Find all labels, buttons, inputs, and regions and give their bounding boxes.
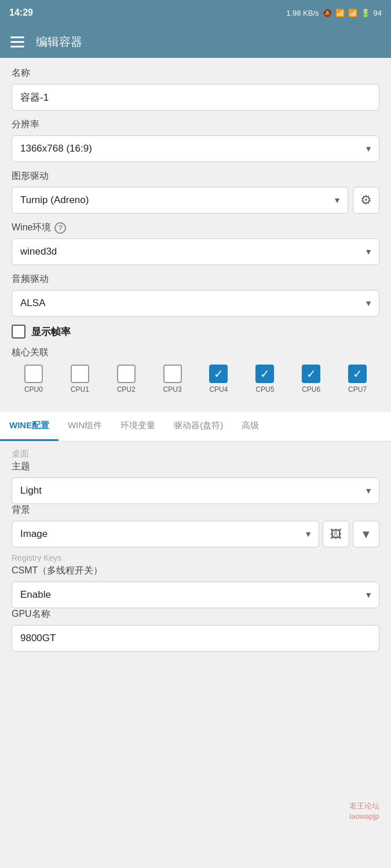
gpu-input[interactable] bbox=[12, 625, 379, 652]
wifi-icon: 📶 bbox=[348, 9, 357, 17]
menu-button[interactable] bbox=[10, 36, 24, 47]
cpu-grid: CPU0CPU1CPU2CPU3✓CPU4✓CPU5✓CPU6✓CPU7 bbox=[12, 365, 379, 393]
wine-select[interactable]: wined3d bbox=[12, 238, 379, 265]
tab-item-3[interactable]: 驱动器(盘符) bbox=[165, 412, 232, 441]
csmt-select[interactable]: Enable bbox=[12, 582, 379, 608]
gpu-label: GPU名称 bbox=[12, 608, 379, 620]
cpu-label: CPU4 bbox=[209, 385, 228, 393]
wine-env-label: Wine环境 ? bbox=[12, 222, 379, 234]
cpu-checkbox-cpu7[interactable]: ✓ bbox=[348, 365, 367, 383]
cpu-item: ✓CPU7 bbox=[335, 365, 379, 393]
tabs-container: WINE配置WIN组件环境变量驱动器(盘符)高级 bbox=[0, 412, 391, 442]
cpu-item: CPU0 bbox=[12, 365, 56, 393]
cpu-label: CPU6 bbox=[302, 385, 320, 393]
image-icon: 🖼 bbox=[330, 528, 342, 541]
tab-content: 桌面 主题 Light ▼ 背景 Image ▼ 🖼 ▼ Registry Ke… bbox=[0, 442, 391, 661]
wine-help-icon[interactable]: ? bbox=[54, 222, 66, 234]
audio-label: 音频驱动 bbox=[12, 273, 379, 285]
network-speed: 1.98 KB/s bbox=[286, 9, 319, 17]
cpu-item: CPU1 bbox=[58, 365, 102, 393]
bell-icon: 🔕 bbox=[323, 9, 332, 17]
background-section: 背景 Image ▼ 🖼 ▼ bbox=[0, 504, 391, 547]
tab-item-4[interactable]: 高级 bbox=[232, 412, 268, 441]
tab-item-0[interactable]: WINE配置 bbox=[0, 412, 59, 441]
page-title: 编辑容器 bbox=[36, 34, 82, 50]
cpu-item: ✓CPU4 bbox=[197, 365, 241, 393]
cpu-label: CPU3 bbox=[163, 385, 182, 393]
cpu-item: CPU2 bbox=[104, 365, 148, 393]
status-icons: 1.98 KB/s 🔕 📶 📶 🔋 94 bbox=[286, 9, 382, 17]
cpu-checkbox-cpu2[interactable] bbox=[117, 365, 136, 383]
cpu-affinity-label: 核心关联 bbox=[12, 347, 379, 359]
tabs-row: WINE配置WIN组件环境变量驱动器(盘符)高级 bbox=[0, 412, 391, 441]
battery-pct: 94 bbox=[374, 9, 382, 17]
background-select[interactable]: Image bbox=[12, 521, 319, 547]
cpu-item: ✓CPU6 bbox=[289, 365, 333, 393]
watermark-line2: laowapjp bbox=[349, 811, 379, 822]
name-label: 名称 bbox=[12, 67, 379, 79]
background-image-button[interactable]: 🖼 bbox=[323, 521, 349, 547]
top-bar: 编辑容器 bbox=[0, 25, 391, 58]
audio-select[interactable]: ALSA bbox=[12, 290, 379, 317]
show-fps-checkbox[interactable] bbox=[12, 325, 25, 339]
theme-section: 主题 Light ▼ bbox=[0, 461, 391, 504]
cpu-checkbox-cpu0[interactable] bbox=[24, 365, 43, 383]
cpu-item: CPU3 bbox=[151, 365, 195, 393]
background-extra-arrow-icon: ▼ bbox=[360, 528, 372, 541]
watermark: 老王论坛 laowapjp bbox=[349, 801, 379, 822]
cpu-checkbox-cpu6[interactable]: ✓ bbox=[302, 365, 320, 383]
background-extra-button[interactable]: ▼ bbox=[353, 521, 379, 547]
status-time: 14:29 bbox=[9, 8, 33, 18]
tab-item-1[interactable]: WIN组件 bbox=[59, 412, 111, 441]
graphics-select-wrapper: Turnip (Adreno) ▼ bbox=[12, 187, 348, 214]
cpu-checkbox-cpu5[interactable]: ✓ bbox=[255, 365, 274, 383]
resolution-select-wrapper: 1366x768 (16:9) ▼ bbox=[12, 135, 379, 162]
cpu-checkbox-cpu1[interactable] bbox=[71, 365, 89, 383]
cpu-label: CPU1 bbox=[71, 385, 89, 393]
name-input[interactable] bbox=[12, 84, 379, 111]
main-content: 名称 分辨率 1366x768 (16:9) ▼ 图形驱动 Turnip (Ad… bbox=[0, 58, 391, 403]
theme-select-wrapper: Light ▼ bbox=[12, 477, 379, 504]
background-row: Image ▼ 🖼 ▼ bbox=[12, 521, 379, 547]
graphics-label: 图形驱动 bbox=[12, 170, 379, 182]
background-select-wrapper: Image ▼ bbox=[12, 521, 319, 547]
graphics-settings-button[interactable]: ⚙ bbox=[353, 187, 379, 214]
desktop-group-label: 桌面 bbox=[0, 442, 391, 461]
graphics-row: Turnip (Adreno) ▼ ⚙ bbox=[12, 187, 379, 214]
cpu-checkbox-cpu4[interactable]: ✓ bbox=[209, 365, 228, 383]
theme-select[interactable]: Light bbox=[12, 477, 379, 504]
show-fps-label: 显示帧率 bbox=[31, 325, 71, 339]
resolution-select[interactable]: 1366x768 (16:9) bbox=[12, 135, 379, 162]
csmt-select-wrapper: Enable ▼ bbox=[12, 582, 379, 608]
graphics-select[interactable]: Turnip (Adreno) bbox=[12, 187, 348, 214]
csmt-section: CSMT（多线程开关） Enable ▼ bbox=[0, 565, 391, 608]
cpu-label: CPU7 bbox=[348, 385, 367, 393]
show-fps-row: 显示帧率 bbox=[12, 325, 379, 339]
resolution-label: 分辨率 bbox=[12, 119, 379, 131]
theme-label: 主题 bbox=[12, 461, 379, 473]
cpu-checkbox-cpu3[interactable] bbox=[163, 365, 182, 383]
audio-select-wrapper: ALSA ▼ bbox=[12, 290, 379, 317]
background-label: 背景 bbox=[12, 504, 379, 516]
gpu-section: GPU名称 bbox=[0, 608, 391, 652]
csmt-label: CSMT（多线程开关） bbox=[12, 565, 379, 577]
cpu-label: CPU0 bbox=[24, 385, 43, 393]
gear-icon: ⚙ bbox=[360, 193, 372, 208]
signal-icon: 📶 bbox=[335, 9, 345, 17]
cpu-label: CPU2 bbox=[117, 385, 136, 393]
cpu-item: ✓CPU5 bbox=[243, 365, 287, 393]
tab-item-2[interactable]: 环境变量 bbox=[111, 412, 165, 441]
cpu-label: CPU5 bbox=[255, 385, 274, 393]
wine-select-wrapper: wined3d ▼ bbox=[12, 238, 379, 265]
battery-icon: 🔋 bbox=[361, 9, 370, 17]
status-bar: 14:29 1.98 KB/s 🔕 📶 📶 🔋 94 bbox=[0, 0, 391, 25]
watermark-line1: 老王论坛 bbox=[349, 801, 379, 811]
registry-keys-label: Registry Keys bbox=[0, 547, 391, 565]
